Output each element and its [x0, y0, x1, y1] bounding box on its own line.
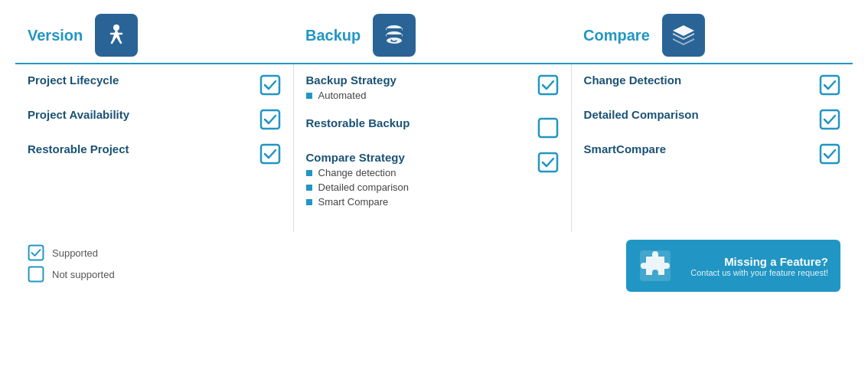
version-feature-3-label: Restorable Project [28, 142, 250, 155]
backup-feature-2-label: Restorable Backup [306, 116, 528, 129]
backup-feature-1-checkbox [537, 74, 559, 96]
backup-header-icon [373, 14, 416, 57]
svg-rect-24 [29, 246, 44, 260]
legend-empty-cell [293, 232, 571, 299]
backup-feature-3-checkbox [537, 152, 559, 173]
compare-header-icon [662, 14, 705, 57]
missing-feature-subtitle: Contact us with your feature request! [683, 268, 828, 277]
compare-icon-svg [670, 21, 697, 49]
compare-header-title: Compare [583, 27, 650, 44]
compare-feature-1-checkbox [819, 74, 840, 96]
compare-header-cell: Compare [571, 8, 853, 64]
version-feature-2-label: Project Availability [28, 108, 250, 121]
missing-feature-cell: Missing a Feature? Contact us with your … [571, 232, 853, 299]
legend-not-supported-icon [28, 266, 44, 283]
version-feature-1-checkbox [259, 74, 281, 96]
compare-feature-2: Detailed Comparison [584, 108, 840, 130]
version-feature-3: Restorable Project [28, 142, 281, 165]
backup-feature-1-subitems: Automated [306, 90, 528, 101]
backup-feature-2-checkbox [537, 117, 559, 139]
legend-supported-icon [28, 244, 44, 261]
legend-not-supported: Not supported [28, 266, 281, 283]
legend-supported-label: Supported [52, 247, 98, 259]
missing-feature-banner[interactable]: Missing a Feature? Contact us with your … [626, 240, 840, 292]
missing-feature-text: Missing a Feature? Contact us with your … [683, 255, 828, 277]
backup-feature-3-label: Compare Strategy [306, 151, 528, 164]
compare-feature-3: SmartCompare [584, 142, 840, 165]
version-feature-3-checkbox [259, 143, 281, 165]
svg-rect-15 [261, 76, 279, 94]
backup-subitem-1-label: Automated [318, 90, 367, 101]
svg-rect-19 [539, 119, 557, 137]
backup-feature-1-label: Backup Strategy [306, 74, 528, 87]
compare-features-cell: Change Detection Detailed Comparison Sma… [571, 64, 853, 232]
svg-rect-18 [539, 76, 557, 94]
svg-rect-22 [821, 110, 839, 129]
version-header-cell: Version [15, 8, 293, 64]
compare-feature-2-checkbox [819, 109, 840, 130]
sub-bullet-icon [306, 199, 312, 205]
backup-subitem-3-label: Detailed comparison [318, 182, 410, 193]
backup-subitem-2: Change detection [306, 167, 528, 178]
compare-feature-2-label: Detailed Comparison [584, 108, 810, 121]
version-icon-svg [103, 21, 130, 49]
svg-rect-23 [821, 145, 839, 163]
compare-feature-1: Change Detection [584, 74, 840, 96]
backup-feature-3-subitems: Change detection Detailed comparison Sma… [306, 167, 528, 208]
backup-subitem-1: Automated [306, 90, 528, 101]
legend-row: Supported Not supported [15, 232, 853, 299]
svg-point-10 [387, 38, 402, 44]
version-feature-2-checkbox [259, 109, 281, 130]
sub-bullet-icon [306, 185, 312, 191]
compare-feature-1-label: Change Detection [584, 74, 810, 87]
svg-rect-25 [29, 267, 44, 282]
svg-rect-16 [261, 110, 279, 129]
backup-icon-svg [380, 21, 408, 49]
puzzle-icon [638, 249, 672, 283]
backup-header-cell: Backup [293, 8, 571, 64]
version-feature-1-label: Project Lifecycle [28, 74, 250, 87]
header-row: Version [15, 8, 853, 64]
svg-marker-12 [673, 25, 694, 36]
sub-bullet-icon [306, 93, 312, 99]
version-features-cell: Project Lifecycle Project Availability R… [15, 64, 293, 232]
svg-rect-20 [539, 153, 557, 172]
backup-subitem-2-label: Change detection [318, 167, 396, 178]
svg-rect-21 [821, 76, 839, 94]
backup-feature-1: Backup Strategy Automated [306, 74, 559, 104]
backup-subitem-4: Smart Compare [306, 196, 528, 208]
sub-bullet-icon [306, 170, 312, 176]
backup-feature-3: Compare Strategy Change detection Detail… [306, 151, 559, 211]
backup-header-title: Backup [305, 27, 361, 44]
legend-not-supported-label: Not supported [52, 269, 115, 280]
comparison-table-container: Version [0, 0, 868, 315]
legend-cell: Supported Not supported [15, 232, 293, 299]
backup-subitem-4-label: Smart Compare [318, 196, 389, 208]
version-header-title: Version [28, 27, 83, 44]
backup-features-cell: Backup Strategy Automated [293, 64, 571, 232]
backup-subitem-3: Detailed comparison [306, 182, 528, 193]
svg-rect-17 [261, 145, 279, 163]
content-row: Project Lifecycle Project Availability R… [15, 64, 853, 232]
version-header-icon [95, 14, 138, 57]
compare-feature-3-checkbox [819, 143, 840, 165]
missing-feature-title: Missing a Feature? [683, 255, 828, 268]
backup-feature-2: Restorable Backup [306, 116, 559, 139]
version-feature-1: Project Lifecycle [28, 74, 281, 96]
version-feature-2: Project Availability [28, 108, 281, 130]
compare-feature-3-label: SmartCompare [584, 142, 810, 155]
legend-supported: Supported [28, 244, 281, 261]
